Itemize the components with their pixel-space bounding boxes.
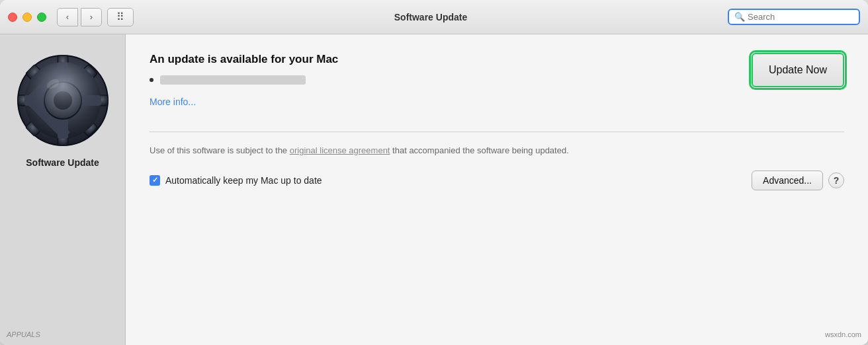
svg-point-16	[24, 62, 101, 139]
wsxdn-watermark: wsxdn.com	[825, 330, 861, 338]
update-info: An update is available for your Mac More…	[150, 53, 736, 108]
license-text: Use of this software is subject to the o…	[150, 144, 613, 157]
software-update-icon	[17, 54, 109, 147]
sidebar-label: Software Update	[26, 157, 99, 168]
license-link[interactable]: original license agreement	[290, 145, 390, 155]
more-info-link[interactable]: More info...	[150, 96, 196, 107]
bottom-row: ✓ Automatically keep my Mac up to date A…	[150, 171, 844, 190]
help-button[interactable]: ?	[828, 172, 844, 188]
update-title: An update is available for your Mac	[150, 53, 736, 66]
title-bar: ‹ › ⠿ Software Update 🔍	[0, 0, 868, 34]
appuals-watermark: APPUALS	[7, 330, 40, 338]
traffic-lights	[8, 13, 46, 22]
update-item	[150, 75, 736, 85]
update-section: An update is available for your Mac More…	[150, 53, 844, 108]
bullet-point	[150, 78, 153, 82]
grid-icon: ⠿	[116, 11, 124, 23]
minimize-button[interactable]	[22, 13, 32, 22]
back-button[interactable]: ‹	[57, 8, 78, 26]
close-button[interactable]	[8, 13, 17, 22]
grid-view-button[interactable]: ⠿	[107, 8, 134, 26]
nav-buttons: ‹ ›	[57, 8, 102, 26]
forward-button[interactable]: ›	[81, 8, 102, 26]
license-text-after: that accompanied the software being upda…	[390, 145, 568, 155]
content-area: An update is available for your Mac More…	[126, 34, 868, 345]
checkbox-label: Automatically keep my Mac up to date	[165, 175, 322, 186]
auto-update-checkbox[interactable]: ✓	[150, 175, 160, 186]
divider	[150, 132, 844, 132]
advanced-button[interactable]: Advanced...	[752, 171, 823, 190]
license-text-before: Use of this software is subject to the	[150, 145, 290, 155]
maximize-button[interactable]	[37, 13, 46, 22]
checkbox-row: ✓ Automatically keep my Mac up to date	[150, 175, 322, 186]
search-input[interactable]	[748, 12, 853, 22]
sidebar: Software Update	[0, 34, 126, 345]
search-bar: 🔍	[728, 9, 860, 25]
system-preferences-window: ‹ › ⠿ Software Update 🔍	[0, 0, 868, 345]
update-now-button[interactable]: Update Now	[752, 53, 844, 87]
bottom-buttons: Advanced... ?	[752, 171, 844, 190]
gear-icon-container	[17, 54, 109, 147]
search-icon: 🔍	[734, 12, 745, 22]
update-item-bar	[160, 75, 306, 85]
window-title: Software Update	[134, 12, 728, 22]
checkmark-icon: ✓	[152, 176, 158, 184]
main-content: Software Update An update is available f…	[0, 34, 868, 345]
